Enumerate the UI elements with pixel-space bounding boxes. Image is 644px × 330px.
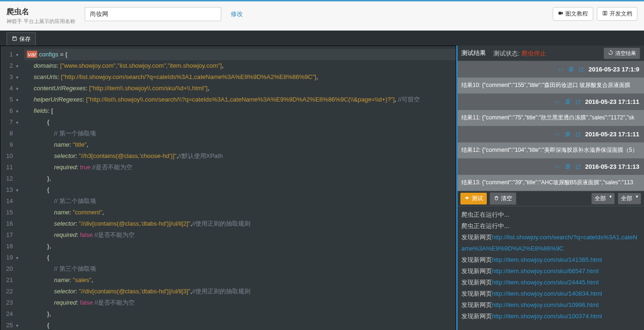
code-icon[interactable]	[554, 99, 561, 105]
crawler-name-input[interactable]	[85, 7, 221, 21]
code-line[interactable]: scanUrls: ["http://list.showjoy.com/sear…	[24, 71, 456, 83]
filter-select-2[interactable]: 全部	[618, 193, 641, 204]
code-icon[interactable]	[557, 66, 564, 73]
page-title: 爬虫名	[7, 7, 75, 17]
code-line[interactable]: var configs = {	[24, 49, 456, 60]
log-list[interactable]: 爬虫正在运行中...爬虫正在运行中...发现新网页http://list.sho…	[458, 206, 644, 330]
code-line[interactable]: required: false //是否不能为空	[24, 297, 456, 308]
trash-icon	[494, 196, 499, 202]
code-line[interactable]: {	[24, 117, 456, 128]
results-list[interactable]: 2016-05-23 17:1:9结果10: {"comment":"155",…	[458, 61, 644, 191]
copy-icon[interactable]	[564, 164, 571, 170]
code-line[interactable]: name: "title",	[24, 139, 456, 150]
code-line[interactable]: },	[24, 241, 456, 252]
log-line: 发现新网页http://item.showjoy.com/sku/66547.h…	[461, 266, 640, 277]
save-button[interactable]: 保存	[7, 32, 36, 46]
log-link[interactable]: http://item.showjoy.com/sku/141365.html	[492, 256, 602, 263]
refresh-icon	[608, 50, 613, 56]
log-link[interactable]: http://item.showjoy.com/sku/140834.html	[492, 290, 602, 297]
header-left: 爬虫名 神箭手 平台上展示的应用名称 修改	[7, 7, 543, 25]
title-block: 爬虫名 神箭手 平台上展示的应用名称	[7, 7, 75, 25]
dev-doc-button[interactable]: 开发文档	[597, 7, 637, 21]
code-editor[interactable]: 1 ▾2 ▾3 ▾4 ▾5 ▾6 ▾7 ▾8 9 10 11 12 13 ▾14…	[0, 46, 456, 330]
gutter-line: 16	[0, 218, 24, 229]
code-line[interactable]: {	[24, 320, 456, 330]
code-line[interactable]: {	[24, 184, 456, 196]
results-title: 测试结果	[461, 49, 486, 57]
svg-rect-0	[559, 12, 562, 15]
result-item: 2016-05-23 17:1:11结果11: {"comment":"75",…	[458, 94, 644, 126]
gutter-line: 13 ▾	[0, 184, 24, 196]
code-line[interactable]: selector: "//div[contains(@class,'dtabs-…	[24, 286, 456, 297]
log-link[interactable]: http://item.showjoy.com/sku/24445.html	[492, 279, 599, 286]
gutter-line: 7 ▾	[0, 117, 24, 128]
code-line[interactable]: helperUrlRegexes: ["http://list\\.showjo…	[24, 94, 456, 105]
gutter-line: 6 ▾	[0, 105, 24, 117]
code-line[interactable]: required: false //是否不能为空	[24, 229, 456, 241]
filter-select-1[interactable]: 全部	[591, 193, 615, 204]
result-timestamp: 2016-05-23 17:1:11	[585, 98, 639, 105]
result-text[interactable]: 结果10: {"comment":"155","title":"森田药妆进口 玻…	[458, 78, 644, 93]
gutter-line: 11	[0, 162, 24, 173]
copy-icon[interactable]	[568, 66, 574, 73]
clear-results-label: 清空结果	[615, 50, 636, 57]
code-area[interactable]: var configs = { domains: ["www.showjoy.c…	[24, 46, 456, 330]
result-timestamp: 2016-05-23 17:1:13	[585, 163, 639, 170]
header: 爬虫名 神箭手 平台上展示的应用名称 修改 图文教程 开发文档	[0, 1, 644, 31]
clear-log-button[interactable]: 清空	[490, 192, 516, 205]
result-text[interactable]: 结果11: {"comment":"75","title":"欣兰黑里透白冻膜"…	[458, 110, 644, 126]
tutorial-label: 图文教程	[565, 10, 588, 18]
code-line[interactable]: },	[24, 173, 456, 184]
right-panel: 测试结果 测试状态: 爬虫停止 清空结果 2016-05-23 17:1:9结果…	[456, 46, 644, 330]
code-line[interactable]: required: true //是否不能为空	[24, 162, 456, 173]
code-line[interactable]: // 第三个抽取项	[24, 263, 456, 275]
code-icon[interactable]	[554, 164, 561, 170]
gutter-line: 22	[0, 286, 24, 297]
results-header: 测试结果 测试状态: 爬虫停止 清空结果	[458, 46, 644, 61]
external-icon[interactable]	[575, 99, 581, 105]
clear-results-button[interactable]: 清空结果	[604, 47, 640, 59]
result-text[interactable]: 结果12: {"comment":"104","title":"美即深海胶原补水…	[458, 142, 644, 158]
log-link[interactable]: http://item.showjoy.com/sku/66547.html	[492, 267, 599, 275]
external-icon[interactable]	[575, 164, 581, 170]
code-line[interactable]: selector: "//div[contains(@class,'dtabs-…	[24, 218, 456, 229]
code-line[interactable]: selector: "//h3[contains(@class,'choose-…	[24, 150, 456, 162]
video-icon	[558, 10, 564, 17]
result-timestamp: 2016-05-23 17:1:11	[585, 131, 639, 138]
result-meta: 2016-05-23 17:1:11	[458, 126, 644, 142]
editor-toolbar: 保存	[0, 31, 644, 46]
code-icon[interactable]	[554, 131, 561, 138]
copy-icon[interactable]	[564, 131, 571, 138]
status-value: 爬虫停止	[522, 50, 546, 57]
gutter-line: 15	[0, 207, 24, 218]
test-button[interactable]: 测试	[460, 193, 487, 204]
external-icon[interactable]	[575, 131, 581, 138]
result-text[interactable]: 结果13: {"comment":"39","title":"AHC玻尿酸B5原…	[458, 175, 644, 190]
code-line[interactable]: },	[24, 308, 456, 320]
svg-point-9	[466, 197, 468, 199]
code-line[interactable]: name: "comment",	[24, 207, 456, 218]
code-line[interactable]: {	[24, 252, 456, 263]
code-line[interactable]: contentUrlRegexes: ["http://item\\.showj…	[24, 83, 456, 94]
external-icon[interactable]	[578, 66, 585, 73]
gutter-line: 5 ▾	[0, 94, 24, 105]
tutorial-button[interactable]: 图文教程	[553, 7, 593, 21]
gutter-line: 12	[0, 173, 24, 184]
modify-link[interactable]: 修改	[231, 7, 243, 21]
bug-icon	[464, 195, 470, 202]
gutter-line: 19 ▾	[0, 252, 24, 263]
copy-icon[interactable]	[564, 99, 571, 105]
log-link[interactable]: http://item.showjoy.com/sku/10996.html	[492, 301, 599, 308]
code-line[interactable]: name: "sales",	[24, 275, 456, 286]
gutter-line: 4 ▾	[0, 83, 24, 94]
code-line[interactable]: fields: [	[24, 105, 456, 117]
gutter-line: 23	[0, 297, 24, 308]
code-line[interactable]: // 第一个抽取项	[24, 128, 456, 139]
log-link[interactable]: http://item.showjoy.com/sku/100374.html	[492, 313, 602, 320]
log-line: 发现新网页http://item.showjoy.com/sku/140834.…	[461, 288, 640, 299]
code-line[interactable]: // 第二个抽取项	[24, 196, 456, 207]
code-line[interactable]: domains: ["www.showjoy.com","list.showjo…	[24, 60, 456, 71]
status-label: 测试状态:	[493, 50, 520, 57]
log-line: 发现新网页http://item.showjoy.com/sku/141365.…	[461, 254, 640, 266]
save-icon	[12, 36, 17, 43]
